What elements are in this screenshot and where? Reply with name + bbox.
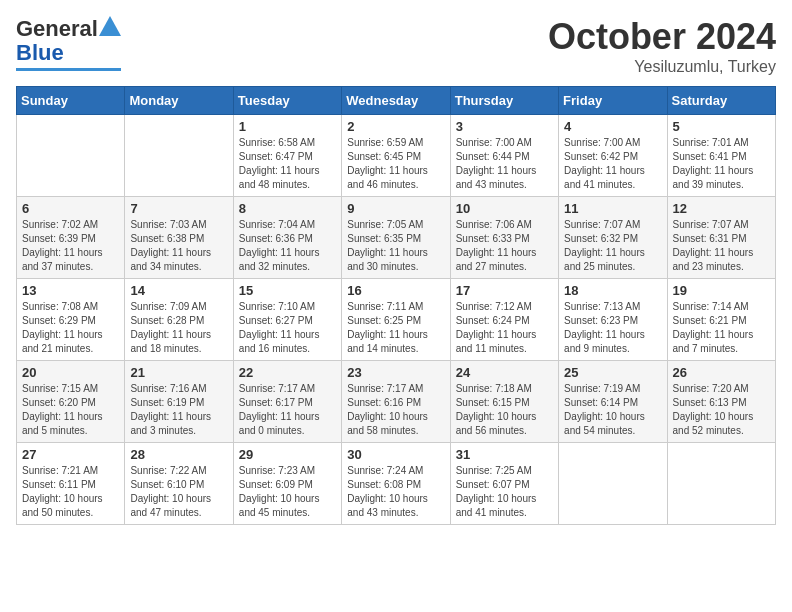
day-number: 24 [456,365,553,380]
calendar-cell [125,115,233,197]
day-number: 16 [347,283,444,298]
day-info: Sunrise: 7:22 AM Sunset: 6:10 PM Dayligh… [130,464,227,520]
calendar-cell [559,443,667,525]
calendar-cell: 5Sunrise: 7:01 AM Sunset: 6:41 PM Daylig… [667,115,775,197]
calendar-header-wednesday: Wednesday [342,87,450,115]
calendar-cell: 26Sunrise: 7:20 AM Sunset: 6:13 PM Dayli… [667,361,775,443]
logo-general-text: General [16,16,98,42]
day-number: 22 [239,365,336,380]
calendar-cell: 6Sunrise: 7:02 AM Sunset: 6:39 PM Daylig… [17,197,125,279]
day-info: Sunrise: 7:05 AM Sunset: 6:35 PM Dayligh… [347,218,444,274]
svg-marker-0 [99,16,121,36]
day-info: Sunrise: 7:17 AM Sunset: 6:17 PM Dayligh… [239,382,336,438]
calendar-header-monday: Monday [125,87,233,115]
calendar-header-thursday: Thursday [450,87,558,115]
day-info: Sunrise: 7:17 AM Sunset: 6:16 PM Dayligh… [347,382,444,438]
calendar-cell: 11Sunrise: 7:07 AM Sunset: 6:32 PM Dayli… [559,197,667,279]
day-info: Sunrise: 7:03 AM Sunset: 6:38 PM Dayligh… [130,218,227,274]
calendar-header-sunday: Sunday [17,87,125,115]
calendar-cell: 2Sunrise: 6:59 AM Sunset: 6:45 PM Daylig… [342,115,450,197]
day-number: 15 [239,283,336,298]
day-number: 4 [564,119,661,134]
calendar-cell: 25Sunrise: 7:19 AM Sunset: 6:14 PM Dayli… [559,361,667,443]
day-number: 6 [22,201,119,216]
calendar-cell: 15Sunrise: 7:10 AM Sunset: 6:27 PM Dayli… [233,279,341,361]
calendar-cell: 7Sunrise: 7:03 AM Sunset: 6:38 PM Daylig… [125,197,233,279]
day-info: Sunrise: 7:07 AM Sunset: 6:32 PM Dayligh… [564,218,661,274]
day-number: 5 [673,119,770,134]
calendar-week-1: 1Sunrise: 6:58 AM Sunset: 6:47 PM Daylig… [17,115,776,197]
day-info: Sunrise: 7:14 AM Sunset: 6:21 PM Dayligh… [673,300,770,356]
day-number: 21 [130,365,227,380]
day-info: Sunrise: 7:04 AM Sunset: 6:36 PM Dayligh… [239,218,336,274]
day-number: 29 [239,447,336,462]
day-info: Sunrise: 7:19 AM Sunset: 6:14 PM Dayligh… [564,382,661,438]
day-info: Sunrise: 7:02 AM Sunset: 6:39 PM Dayligh… [22,218,119,274]
day-number: 2 [347,119,444,134]
day-number: 26 [673,365,770,380]
day-number: 20 [22,365,119,380]
day-info: Sunrise: 7:11 AM Sunset: 6:25 PM Dayligh… [347,300,444,356]
day-number: 10 [456,201,553,216]
calendar-cell: 3Sunrise: 7:00 AM Sunset: 6:44 PM Daylig… [450,115,558,197]
calendar-week-4: 20Sunrise: 7:15 AM Sunset: 6:20 PM Dayli… [17,361,776,443]
calendar-cell: 14Sunrise: 7:09 AM Sunset: 6:28 PM Dayli… [125,279,233,361]
page-header: General Blue October 2024 Yesiluzumlu, T… [16,16,776,76]
day-info: Sunrise: 7:08 AM Sunset: 6:29 PM Dayligh… [22,300,119,356]
calendar-cell: 28Sunrise: 7:22 AM Sunset: 6:10 PM Dayli… [125,443,233,525]
day-info: Sunrise: 7:00 AM Sunset: 6:42 PM Dayligh… [564,136,661,192]
month-title: October 2024 [548,16,776,58]
day-info: Sunrise: 6:58 AM Sunset: 6:47 PM Dayligh… [239,136,336,192]
calendar-cell: 9Sunrise: 7:05 AM Sunset: 6:35 PM Daylig… [342,197,450,279]
calendar-table: SundayMondayTuesdayWednesdayThursdayFrid… [16,86,776,525]
calendar-cell [667,443,775,525]
day-number: 7 [130,201,227,216]
calendar-cell: 21Sunrise: 7:16 AM Sunset: 6:19 PM Dayli… [125,361,233,443]
day-number: 12 [673,201,770,216]
calendar-cell: 1Sunrise: 6:58 AM Sunset: 6:47 PM Daylig… [233,115,341,197]
calendar-header-saturday: Saturday [667,87,775,115]
day-number: 31 [456,447,553,462]
day-number: 25 [564,365,661,380]
calendar-cell: 22Sunrise: 7:17 AM Sunset: 6:17 PM Dayli… [233,361,341,443]
day-info: Sunrise: 7:18 AM Sunset: 6:15 PM Dayligh… [456,382,553,438]
day-number: 23 [347,365,444,380]
calendar-cell: 8Sunrise: 7:04 AM Sunset: 6:36 PM Daylig… [233,197,341,279]
calendar-week-3: 13Sunrise: 7:08 AM Sunset: 6:29 PM Dayli… [17,279,776,361]
calendar-header-row: SundayMondayTuesdayWednesdayThursdayFrid… [17,87,776,115]
day-info: Sunrise: 7:10 AM Sunset: 6:27 PM Dayligh… [239,300,336,356]
day-number: 27 [22,447,119,462]
calendar-week-2: 6Sunrise: 7:02 AM Sunset: 6:39 PM Daylig… [17,197,776,279]
day-info: Sunrise: 7:25 AM Sunset: 6:07 PM Dayligh… [456,464,553,520]
day-number: 19 [673,283,770,298]
logo-blue-text: Blue [16,40,64,66]
logo-icon [99,16,121,36]
day-info: Sunrise: 7:23 AM Sunset: 6:09 PM Dayligh… [239,464,336,520]
day-info: Sunrise: 7:15 AM Sunset: 6:20 PM Dayligh… [22,382,119,438]
calendar-header-friday: Friday [559,87,667,115]
calendar-cell: 19Sunrise: 7:14 AM Sunset: 6:21 PM Dayli… [667,279,775,361]
title-section: October 2024 Yesiluzumlu, Turkey [548,16,776,76]
day-number: 28 [130,447,227,462]
calendar-cell: 27Sunrise: 7:21 AM Sunset: 6:11 PM Dayli… [17,443,125,525]
day-info: Sunrise: 6:59 AM Sunset: 6:45 PM Dayligh… [347,136,444,192]
day-info: Sunrise: 7:24 AM Sunset: 6:08 PM Dayligh… [347,464,444,520]
logo-underline [16,68,121,71]
day-number: 9 [347,201,444,216]
day-number: 13 [22,283,119,298]
calendar-cell: 23Sunrise: 7:17 AM Sunset: 6:16 PM Dayli… [342,361,450,443]
day-number: 3 [456,119,553,134]
day-number: 18 [564,283,661,298]
calendar-cell: 24Sunrise: 7:18 AM Sunset: 6:15 PM Dayli… [450,361,558,443]
day-info: Sunrise: 7:16 AM Sunset: 6:19 PM Dayligh… [130,382,227,438]
calendar-cell: 17Sunrise: 7:12 AM Sunset: 6:24 PM Dayli… [450,279,558,361]
calendar-cell: 16Sunrise: 7:11 AM Sunset: 6:25 PM Dayli… [342,279,450,361]
calendar-cell: 30Sunrise: 7:24 AM Sunset: 6:08 PM Dayli… [342,443,450,525]
day-info: Sunrise: 7:13 AM Sunset: 6:23 PM Dayligh… [564,300,661,356]
day-number: 30 [347,447,444,462]
day-info: Sunrise: 7:01 AM Sunset: 6:41 PM Dayligh… [673,136,770,192]
day-info: Sunrise: 7:20 AM Sunset: 6:13 PM Dayligh… [673,382,770,438]
day-info: Sunrise: 7:06 AM Sunset: 6:33 PM Dayligh… [456,218,553,274]
calendar-cell: 10Sunrise: 7:06 AM Sunset: 6:33 PM Dayli… [450,197,558,279]
calendar-cell: 18Sunrise: 7:13 AM Sunset: 6:23 PM Dayli… [559,279,667,361]
